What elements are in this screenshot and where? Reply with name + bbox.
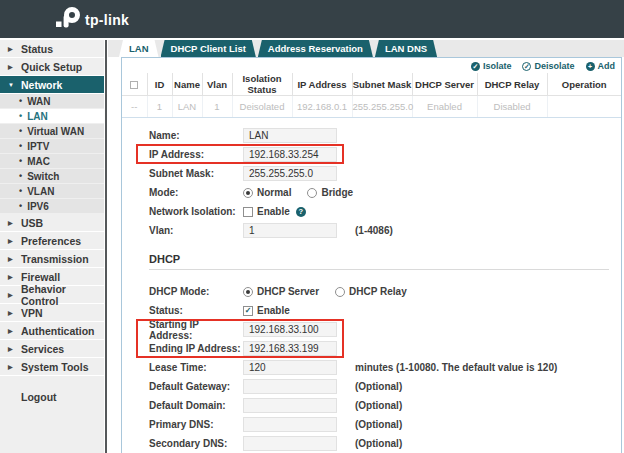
sidebar-item-label: Services bbox=[21, 343, 64, 355]
sidebar-item-authentication[interactable]: ▶ Authentication bbox=[0, 322, 104, 340]
help-icon[interactable]: ? bbox=[296, 207, 306, 217]
sidebar-subitem-lan[interactable]: • LAN bbox=[0, 109, 104, 124]
sidebar-item-label: Behavior Control bbox=[21, 283, 104, 307]
tab-dhcp-client-list[interactable]: DHCP Client List bbox=[161, 40, 256, 57]
sidebar-item-behavior-control[interactable]: ▶ Behavior Control bbox=[0, 286, 104, 304]
bullet-icon: • bbox=[19, 141, 22, 151]
sidebar-subitem-label: IPV6 bbox=[27, 201, 49, 212]
default-domain-field[interactable] bbox=[243, 398, 337, 413]
isolate-button[interactable]: ✓ Isolate bbox=[471, 61, 512, 71]
col-header-name: Name bbox=[172, 73, 202, 96]
sidebar-subitem-label: Virtual WAN bbox=[27, 126, 84, 137]
sidebar-subitem-ipv6[interactable]: • IPV6 bbox=[0, 199, 104, 214]
sidebar-subitem-virtual-wan[interactable]: • Virtual WAN bbox=[0, 124, 104, 139]
sidebar-item-quick-setup[interactable]: ▶ Quick Setup bbox=[0, 58, 104, 76]
mode-normal-radio[interactable] bbox=[243, 188, 253, 198]
sidebar-subitem-label: VLAN bbox=[27, 186, 54, 197]
dhcp-status-checkbox[interactable]: ✓ bbox=[243, 306, 253, 316]
sidebar-item-transmission[interactable]: ▶ Transmission bbox=[0, 250, 104, 268]
sidebar-item-label: Firewall bbox=[21, 271, 60, 283]
sidebar-subitem-mac[interactable]: • MAC bbox=[0, 154, 104, 169]
sidebar-item-system-tools[interactable]: ▶ System Tools bbox=[0, 358, 104, 376]
add-label: Add bbox=[598, 61, 616, 71]
subnet-mask-field[interactable] bbox=[243, 166, 337, 181]
deisolate-button[interactable]: ✓ Deisolate bbox=[522, 61, 574, 71]
sidebar-item-services[interactable]: ▶ Services bbox=[0, 340, 104, 358]
row-select-cell: -- bbox=[122, 96, 147, 118]
default-gateway-field[interactable] bbox=[243, 379, 337, 394]
sidebar-subitem-switch[interactable]: • Switch bbox=[0, 169, 104, 184]
sidebar-subitem-iptv[interactable]: • IPTV bbox=[0, 139, 104, 154]
row-dhcp-relay-cell: Disabled bbox=[477, 96, 547, 118]
default-gateway-hint: (Optional) bbox=[355, 381, 402, 392]
isolate-label: Isolate bbox=[483, 61, 512, 71]
main-area: LAN DHCP Client List Address Reservation… bbox=[108, 40, 624, 453]
sidebar-item-status[interactable]: ▶ Status bbox=[0, 40, 104, 58]
dhcp-server-label: DHCP Server bbox=[257, 286, 319, 297]
sidebar-subitem-vlan[interactable]: • VLAN bbox=[0, 184, 104, 199]
bullet-icon: • bbox=[19, 156, 22, 166]
row-id-cell: 1 bbox=[147, 96, 172, 118]
sidebar-item-usb[interactable]: ▶ USB bbox=[0, 214, 104, 232]
ip-address-label: IP Address: bbox=[149, 149, 243, 160]
table-row: -- 1 LAN 1 Deisolated 192.168.0.1 255.25… bbox=[122, 96, 621, 118]
mode-bridge-radio[interactable] bbox=[307, 188, 317, 198]
select-all-checkbox[interactable] bbox=[130, 81, 138, 89]
ip-address-field[interactable] bbox=[243, 147, 337, 162]
ip-address-row: IP Address: bbox=[149, 146, 621, 163]
name-field[interactable] bbox=[243, 128, 337, 143]
lease-time-label: Lease Time: bbox=[149, 362, 243, 373]
chevron-right-icon: ▶ bbox=[8, 63, 15, 70]
row-ip-address-cell: 192.168.0.1 bbox=[292, 96, 352, 118]
mode-bridge-label: Bridge bbox=[321, 187, 353, 198]
deisolate-circle-icon: ✓ bbox=[522, 62, 531, 71]
add-button[interactable]: + Add bbox=[586, 61, 616, 71]
sidebar-item-vpn[interactable]: ▶ VPN bbox=[0, 304, 104, 322]
starting-ip-field[interactable] bbox=[243, 322, 337, 337]
vlan-field[interactable] bbox=[243, 223, 337, 238]
ending-ip-row: Ending IP Address: bbox=[149, 340, 621, 357]
default-domain-row: Default Domain: (Optional) bbox=[149, 397, 621, 414]
sidebar-item-preferences[interactable]: ▶ Preferences bbox=[0, 232, 104, 250]
content-panel: ✓ Isolate ✓ Deisolate + Add bbox=[121, 57, 622, 453]
ending-ip-field[interactable] bbox=[243, 341, 337, 356]
tab-address-reservation[interactable]: Address Reservation bbox=[258, 40, 373, 57]
sidebar-item-network[interactable]: ▼ Network bbox=[0, 76, 104, 94]
chevron-right-icon: ▶ bbox=[8, 327, 15, 334]
secondary-dns-field[interactable] bbox=[243, 436, 337, 451]
lease-time-field[interactable] bbox=[243, 360, 337, 375]
dhcp-server-radio[interactable] bbox=[243, 287, 253, 297]
network-isolation-checkbox[interactable] bbox=[243, 207, 253, 217]
secondary-dns-label: Secondary DNS: bbox=[149, 438, 243, 449]
vlan-range-hint: (1-4086) bbox=[355, 225, 393, 236]
sidebar-subitem-label: IPTV bbox=[27, 141, 49, 152]
dhcp-status-label: Status: bbox=[149, 305, 243, 316]
subnet-mask-label: Subnet Mask: bbox=[149, 168, 243, 179]
network-isolation-row: Network Isolation: Enable ? bbox=[149, 203, 621, 220]
name-row: Name: bbox=[149, 127, 621, 144]
tab-lan[interactable]: LAN bbox=[119, 40, 159, 57]
row-subnet-mask-cell: 255.255.255.0 bbox=[352, 96, 412, 118]
logout-button[interactable]: Logout bbox=[0, 388, 104, 406]
sidebar-subitem-label: WAN bbox=[27, 96, 50, 107]
subnet-mask-row: Subnet Mask: bbox=[149, 165, 621, 182]
tp-link-logo: tp-link bbox=[55, 6, 129, 32]
network-isolation-enable-label: Enable bbox=[257, 206, 290, 217]
default-gateway-row: Default Gateway: (Optional) bbox=[149, 378, 621, 395]
sidebar-item-label: USB bbox=[21, 217, 43, 229]
col-header-subnet-mask: Subnet Mask bbox=[352, 73, 412, 96]
mode-row: Mode: Normal Bridge bbox=[149, 184, 621, 201]
lease-time-row: Lease Time: minutes (1-10080. The defaul… bbox=[149, 359, 621, 376]
isolate-check-circle-icon: ✓ bbox=[471, 62, 480, 71]
sidebar-subitem-wan[interactable]: • WAN bbox=[0, 94, 104, 109]
primary-dns-row: Primary DNS: (Optional) bbox=[149, 416, 621, 433]
dhcp-relay-label: DHCP Relay bbox=[349, 286, 407, 297]
tab-lan-dns[interactable]: LAN DNS bbox=[375, 40, 437, 57]
secondary-dns-hint: (Optional) bbox=[355, 438, 402, 449]
default-domain-label: Default Domain: bbox=[149, 400, 243, 411]
dhcp-relay-radio[interactable] bbox=[335, 287, 345, 297]
bullet-icon: • bbox=[19, 186, 22, 196]
primary-dns-field[interactable] bbox=[243, 417, 337, 432]
brand-text: tp-link bbox=[85, 8, 129, 32]
ending-ip-label: Ending IP Address: bbox=[149, 343, 243, 354]
